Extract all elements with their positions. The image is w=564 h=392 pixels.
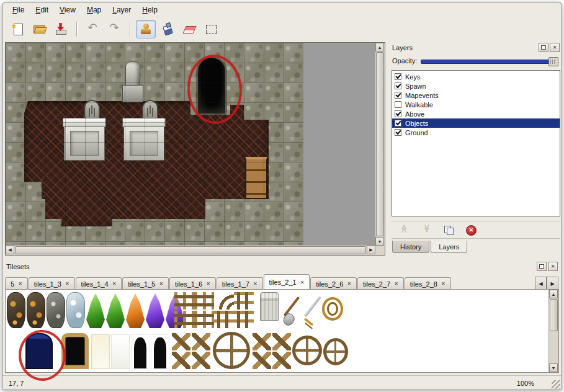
tile-crystal-green[interactable] — [106, 293, 125, 328]
close-panel-icon[interactable]: ✕ — [550, 43, 560, 52]
scroll-up-icon[interactable]: ▲ — [549, 290, 558, 298]
opacity-slider-track[interactable] — [421, 60, 558, 64]
tileset-tab-tiles_1_5[interactable]: tiles_1_5✕ — [122, 277, 169, 290]
tileset-tab-tiles_1_6[interactable]: tiles_1_6✕ — [169, 277, 216, 290]
tile-rail-x[interactable] — [192, 333, 210, 350]
tab-close-icon[interactable]: ✕ — [441, 281, 445, 287]
dock-tab-layers[interactable]: Layers — [431, 241, 467, 253]
scroll-down-icon[interactable]: ▼ — [375, 237, 384, 246]
layer-visibility-checkbox[interactable] — [395, 110, 401, 117]
tile-crystal-purple[interactable] — [146, 293, 164, 328]
map-content[interactable] — [6, 43, 303, 246]
tileset-tab-tiles_2_7[interactable]: tiles_2_7✕ — [357, 277, 404, 290]
tile-rail-x[interactable] — [253, 352, 271, 369]
fill-button[interactable] — [158, 20, 177, 38]
tab-close-icon[interactable]: ✕ — [347, 281, 351, 287]
tile-rail-x[interactable] — [272, 333, 291, 350]
tile-arch-black[interactable] — [131, 334, 150, 369]
layer-visibility-checkbox[interactable] — [395, 101, 401, 108]
tileset-vertical-scrollbar[interactable]: ▲ ▼ — [548, 290, 558, 372]
tab-close-icon[interactable]: ✕ — [300, 280, 305, 285]
opacity-slider-handle[interactable] — [548, 57, 558, 66]
tab-close-icon[interactable]: ✕ — [394, 281, 398, 287]
scroll-up-icon[interactable]: ▲ — [375, 43, 384, 51]
tileset-tab-tiles_1_7[interactable]: tiles_1_7✕ — [217, 277, 263, 290]
tile-tile-white[interactable] — [111, 334, 130, 369]
menu-view[interactable]: View — [55, 4, 81, 16]
tile-tile-cream[interactable] — [91, 334, 110, 369]
layer-row-keys[interactable]: Keys — [392, 72, 560, 81]
tile-ore-brown[interactable] — [27, 292, 45, 328]
tile-rock-gray[interactable] — [47, 292, 65, 328]
tile-wheel[interactable] — [323, 338, 348, 365]
undo-button[interactable] — [83, 20, 102, 38]
tabs-scroll-left-icon[interactable]: ◀ — [535, 277, 547, 290]
redo-button[interactable] — [104, 20, 124, 38]
tile-shovel[interactable] — [282, 293, 301, 327]
save-button[interactable] — [51, 20, 71, 38]
tileset-tab-tiles_1_4[interactable]: tiles_1_4✕ — [76, 277, 122, 290]
menu-edit[interactable]: Edit — [30, 4, 53, 16]
tileset-tab-tiles_1_3[interactable]: tiles_1_3✕ — [29, 277, 75, 290]
layers-duplicate-button[interactable] — [440, 223, 457, 238]
map-hscroll-thumb[interactable] — [15, 246, 366, 254]
tile-rail-x[interactable] — [172, 352, 190, 369]
map-horizontal-scrollbar[interactable]: ◀ ▶ — [6, 245, 375, 255]
scroll-right-icon[interactable]: ▶ — [367, 246, 375, 254]
tile-rail-corner[interactable] — [214, 292, 234, 310]
tile-rock-ice[interactable] — [66, 292, 85, 328]
tile-crystal-orange[interactable] — [126, 293, 145, 328]
tab-close-icon[interactable]: ✕ — [18, 281, 22, 287]
tab-close-icon[interactable]: ✕ — [253, 281, 257, 287]
tile-rail-x[interactable] — [253, 333, 271, 350]
layer-row-walkable[interactable]: Walkable — [392, 100, 560, 109]
open-button[interactable] — [29, 20, 49, 38]
map-vscroll-thumb[interactable] — [376, 52, 384, 236]
tile-rail-h[interactable] — [174, 311, 194, 328]
layer-row-above[interactable]: Above — [392, 109, 560, 118]
layer-visibility-checkbox[interactable] — [395, 92, 401, 99]
float-panel-icon[interactable] — [539, 43, 548, 52]
tile-rail-x[interactable] — [272, 352, 291, 369]
tile-sword[interactable] — [302, 293, 321, 327]
menu-map[interactable]: Map — [82, 4, 106, 16]
tabs-scroll-right-icon[interactable]: ▶ — [547, 277, 558, 290]
layer-visibility-checkbox[interactable] — [395, 82, 401, 89]
tile-rail-x[interactable] — [172, 333, 190, 350]
layers-move-up-button[interactable] — [395, 223, 413, 238]
layer-row-spawn[interactable]: Spawn — [392, 81, 560, 91]
tile-wheel[interactable] — [292, 336, 322, 365]
tile-rail-x[interactable] — [192, 352, 210, 369]
layers-delete-button[interactable] — [462, 223, 480, 238]
opacity-slider[interactable] — [421, 56, 558, 65]
tile-rail-h[interactable] — [194, 292, 214, 310]
layer-visibility-checkbox[interactable] — [395, 120, 401, 127]
layer-row-ground[interactable]: Ground — [392, 128, 560, 137]
new-button[interactable] — [7, 20, 27, 38]
layer-visibility-checkbox[interactable] — [395, 73, 401, 80]
scroll-down-icon[interactable]: ▼ — [549, 363, 558, 372]
tab-close-icon[interactable]: ✕ — [206, 281, 210, 287]
stamp-button[interactable] — [136, 20, 156, 38]
menu-layer[interactable]: Layer — [107, 4, 136, 16]
tile-rail-v[interactable] — [234, 311, 254, 328]
tile-whip[interactable] — [322, 297, 343, 321]
tab-close-icon[interactable]: ✕ — [159, 281, 163, 287]
tile-rail-h[interactable] — [194, 311, 214, 328]
tile-rail-h[interactable] — [174, 292, 194, 310]
tile-wheel[interactable] — [213, 332, 250, 369]
tile-pillar[interactable] — [260, 292, 279, 321]
tile-rail-v[interactable] — [234, 292, 254, 310]
layer-row-mapevents[interactable]: Mapevents — [392, 91, 560, 100]
map-vertical-scrollbar[interactable]: ▲ ▼ — [375, 43, 385, 246]
tileset-tab-5[interactable]: 5✕ — [5, 277, 28, 290]
layer-visibility-checkbox[interactable] — [395, 129, 401, 136]
tab-close-icon[interactable]: ✕ — [65, 281, 69, 287]
tile-ore-brown[interactable] — [7, 292, 25, 328]
scroll-left-icon[interactable]: ◀ — [6, 246, 14, 254]
layers-move-down-button[interactable] — [418, 223, 435, 238]
layer-row-objects[interactable]: Objects — [392, 118, 560, 128]
select-button[interactable] — [201, 20, 221, 38]
eraser-button[interactable] — [179, 20, 199, 38]
tileset-tab-tiles_2_1[interactable]: tiles_2_1✕ — [264, 274, 310, 290]
